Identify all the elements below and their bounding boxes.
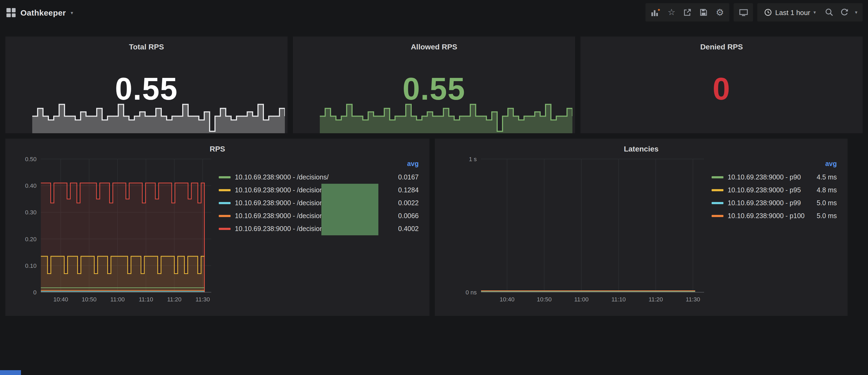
panel-rps: RPS 0.500.400.300.200.10010:4010:5011:00…: [5, 138, 429, 316]
legend-series-name: 10.10.69.238:9000 - p95: [728, 186, 805, 194]
legend-row[interactable]: 10.10.69.238:9000 - p1005.0 ms: [712, 210, 839, 222]
legend-series-avg: 0.0022: [386, 199, 421, 207]
x-tick-label: 10:40: [500, 296, 514, 303]
legend-row[interactable]: 10.10.69.238:9000 - p995.0 ms: [712, 197, 839, 210]
x-tick-label: 10:50: [82, 296, 96, 303]
x-tick-label: 11:10: [139, 296, 153, 303]
x-tick-label: 11:10: [611, 296, 626, 303]
tv-mode-button[interactable]: [736, 4, 752, 21]
time-range-caret-icon: ▾: [813, 10, 816, 15]
zoom-out-button[interactable]: [821, 4, 837, 21]
panel-title-denied-rps[interactable]: Denied RPS: [581, 36, 863, 51]
refresh-icon: [840, 8, 849, 17]
y-tick-label: 0.10: [25, 262, 36, 269]
series-color-dash-icon[interactable]: [219, 228, 230, 230]
panel-latencies: Latencies 1 s0 ns10:4010:5011:0011:1011:…: [435, 138, 847, 316]
save-button[interactable]: [696, 4, 712, 21]
dashboard-caret-icon[interactable]: ▾: [71, 10, 73, 15]
series-color-dash-icon[interactable]: [219, 215, 230, 217]
legend-green-overlay: [321, 184, 378, 235]
series-color-dash-icon[interactable]: [712, 215, 723, 217]
graphs-row: RPS 0.500.400.300.200.10010:4010:5011:00…: [5, 138, 863, 316]
legend-series-name: 10.10.69.238:9000 - p100: [728, 212, 805, 220]
series-color-dash-icon[interactable]: [712, 202, 723, 204]
star-icon: ☆: [668, 8, 676, 17]
legend-series-avg: 5.0 ms: [805, 212, 839, 220]
denied-rps-value: 0: [581, 71, 863, 107]
legend-row[interactable]: 10.10.69.238:9000 - /decisions/0.1284: [219, 184, 421, 197]
save-icon: [700, 8, 708, 17]
tv-mode-group: [734, 3, 753, 22]
panel-total-rps: Total RPS 0.55: [5, 36, 287, 133]
y-tick-label: 0 ns: [465, 289, 477, 296]
series-color-dash-icon[interactable]: [219, 176, 230, 178]
panel-denied-rps: Denied RPS 0: [581, 36, 863, 133]
star-button[interactable]: ☆: [663, 4, 680, 21]
legend-series-name: 10.10.69.238:9000 - p99: [728, 199, 805, 207]
allowed-rps-value: 0.55: [293, 71, 575, 107]
y-tick-label: 0.20: [25, 236, 36, 243]
y-tick-label: 0.50: [25, 156, 36, 162]
panel-title-latencies[interactable]: Latencies: [435, 138, 847, 153]
series-color-dash-icon[interactable]: [712, 176, 723, 178]
panel-title-rps[interactable]: RPS: [5, 138, 429, 153]
refresh-interval-dropdown[interactable]: ▾: [851, 4, 861, 21]
x-tick-label: 10:40: [53, 296, 68, 303]
legend-series-avg: 0.0066: [386, 212, 421, 220]
share-icon: [683, 8, 692, 17]
legend-row[interactable]: 10.10.69.238:9000 - p904.5 ms: [712, 171, 839, 184]
y-tick-label: 1 s: [469, 156, 477, 162]
rps-legend: avg 10.10.69.238:9000 - /decisions/0.016…: [217, 153, 425, 314]
bottom-edge-blue-strip: [0, 370, 21, 375]
panel-title-allowed-rps[interactable]: Allowed RPS: [293, 36, 575, 51]
time-controls-group: Last 1 hour ▾ ▾: [757, 3, 863, 22]
legend-series-name: 10.10.69.238:9000 - p90: [728, 174, 805, 181]
legend-avg-header[interactable]: avg: [712, 160, 839, 171]
total-rps-sparkline[interactable]: [32, 102, 285, 133]
time-range-picker[interactable]: Last 1 hour ▾: [759, 3, 821, 22]
legend-series-avg: 0.4002: [386, 225, 421, 232]
x-tick-label: 11:00: [574, 296, 589, 303]
legend-row[interactable]: 10.10.69.238:9000 - /decisions/0.4002: [219, 222, 421, 235]
dashboard-title[interactable]: Oathkeeper: [21, 8, 66, 17]
dashboard-grid-icon[interactable]: [6, 8, 16, 17]
share-button[interactable]: [680, 4, 696, 21]
y-tick-label: 0.40: [25, 182, 36, 189]
latencies-chart[interactable]: 1 s0 ns10:4010:5011:0011:1011:2011:30: [439, 153, 709, 314]
series-color-dash-icon[interactable]: [219, 202, 230, 204]
time-range-label: Last 1 hour: [775, 8, 810, 17]
settings-button[interactable]: ⚙: [712, 4, 728, 21]
legend-series-avg: 5.0 ms: [805, 199, 839, 207]
y-tick-label: 0.30: [25, 209, 36, 216]
legend-series-avg: 4.8 ms: [805, 186, 839, 194]
gear-icon: ⚙: [716, 8, 724, 17]
latencies-legend: avg 10.10.69.238:9000 - p904.5 ms10.10.6…: [709, 153, 843, 314]
stats-row: Total RPS 0.55 Allowed RPS 0.55 Denied R…: [5, 36, 863, 133]
x-tick-label: 11:20: [167, 296, 181, 303]
x-tick-label: 11:30: [686, 296, 700, 303]
legend-row[interactable]: 10.10.69.238:9000 - /decisions/0.0167: [219, 171, 421, 184]
x-tick-label: 11:20: [648, 296, 663, 303]
panel-title-total-rps[interactable]: Total RPS: [5, 36, 287, 51]
series-color-dash-icon[interactable]: [712, 189, 723, 191]
clock-icon: [765, 9, 772, 16]
y-tick-label: 0: [33, 289, 36, 296]
legend-series-avg: 0.0167: [386, 174, 421, 181]
legend-series-avg: 4.5 ms: [805, 174, 839, 181]
legend-row[interactable]: 10.10.69.238:9000 - /decisions/0.0066: [219, 210, 421, 222]
refresh-caret-icon: ▾: [855, 10, 857, 15]
refresh-button[interactable]: [837, 4, 851, 21]
x-tick-label: 10:50: [537, 296, 552, 303]
rps-chart[interactable]: 0.500.400.300.200.10010:4010:5011:0011:1…: [10, 153, 217, 314]
panel-allowed-rps: Allowed RPS 0.55: [293, 36, 575, 133]
series-color-dash-icon[interactable]: [219, 189, 230, 191]
navbar: Oathkeeper ▾ ☆: [0, 0, 868, 25]
tv-icon: [739, 8, 748, 17]
legend-avg-header[interactable]: avg: [219, 160, 421, 171]
x-tick-label: 11:30: [196, 296, 210, 303]
legend-row[interactable]: 10.10.69.238:9000 - p954.8 ms: [712, 184, 839, 197]
add-panel-button[interactable]: [647, 4, 663, 21]
legend-row[interactable]: 10.10.69.238:9000 - /decisions/0.0022: [219, 197, 421, 210]
grafana-dashboard: Oathkeeper ▾ ☆: [0, 0, 868, 375]
allowed-rps-sparkline[interactable]: [320, 102, 572, 133]
